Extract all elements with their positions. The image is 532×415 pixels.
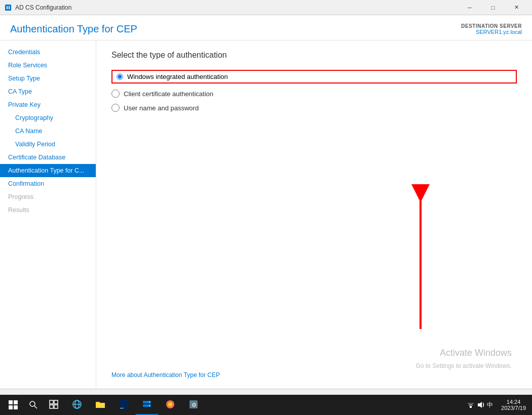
svg-point-19 <box>168 402 172 406</box>
sidebar-item-9[interactable]: Authentication Type for C... <box>0 164 96 177</box>
title-bar: AD CS Configuration ─ □ ✕ <box>0 0 532 15</box>
task-view-icon <box>49 400 58 409</box>
system-tray: 中 <box>463 401 497 409</box>
client-cert-radio[interactable] <box>111 90 120 98</box>
svg-rect-6 <box>54 400 58 404</box>
destination-label: DESTINATION SERVER <box>461 23 522 29</box>
svg-rect-8 <box>54 405 58 408</box>
network-icon <box>467 401 475 409</box>
svg-rect-1 <box>7 6 8 9</box>
sidebar-item-2[interactable]: Setup Type <box>0 72 96 85</box>
svg-rect-24 <box>468 403 474 404</box>
username-pwd-option: User name and password <box>111 104 517 112</box>
sidebar-item-8[interactable]: Certificate Database <box>0 151 96 164</box>
sidebar-item-10[interactable]: Confirmation <box>0 177 96 190</box>
watermark-title: Activate Windows <box>440 348 512 358</box>
ime-indicator: 中 <box>487 401 493 409</box>
app-icon <box>4 4 12 12</box>
server-icon <box>142 400 152 409</box>
client-cert-option: Client certificate authentication <box>111 90 517 98</box>
sidebar-item-12: Results <box>0 203 96 217</box>
firefox-button[interactable] <box>159 395 181 415</box>
destination-name: SERVER1.yz.local <box>461 29 522 35</box>
svg-text:_: _ <box>120 401 124 408</box>
sidebar-item-4[interactable]: Private Key <box>0 98 96 111</box>
svg-rect-0 <box>5 5 11 11</box>
app-title: AD CS Configuration <box>15 4 71 11</box>
sidebar-item-5[interactable]: Cryptography <box>0 111 96 124</box>
sidebar: CredentialsRole ServicesSetup TypeCA Typ… <box>0 40 96 389</box>
powershell-button[interactable]: _ <box>112 395 135 415</box>
title-bar-controls: ─ □ ✕ <box>458 0 528 15</box>
main-window: Authentication Type for CEP DESTINATION … <box>0 15 532 415</box>
svg-rect-23 <box>469 404 473 405</box>
svg-text:⚙: ⚙ <box>192 402 197 408</box>
destination-server: DESTINATION SERVER SERVER1.yz.local <box>461 23 522 35</box>
sidebar-item-3[interactable]: CA Type <box>0 85 96 98</box>
svg-marker-25 <box>478 402 482 408</box>
clock[interactable]: 14:24 2023/7/19 <box>497 399 530 411</box>
window-body: CredentialsRole ServicesSetup TypeCA Typ… <box>0 40 532 389</box>
section-title: Select the type of authentication <box>111 51 517 60</box>
auth-options: Windows integrated authentication Client… <box>111 70 517 112</box>
sidebar-item-0[interactable]: Credentials <box>0 46 96 59</box>
clock-date: 2023/7/19 <box>501 405 526 411</box>
maximize-button[interactable]: □ <box>481 0 505 15</box>
sidebar-item-1[interactable]: Role Services <box>0 59 96 72</box>
close-button[interactable]: ✕ <box>505 0 528 15</box>
firefox-icon <box>165 399 175 409</box>
svg-rect-2 <box>9 6 10 9</box>
search-button[interactable] <box>24 395 43 415</box>
volume-icon <box>477 401 485 409</box>
username-pwd-radio[interactable] <box>111 104 120 112</box>
taskbar-items: _ ⚙ <box>43 395 463 415</box>
ie-icon <box>72 399 82 409</box>
app7-icon: ⚙ <box>188 399 199 409</box>
minimize-button[interactable]: ─ <box>458 0 481 15</box>
explorer-button[interactable] <box>89 395 111 415</box>
search-icon <box>29 400 38 409</box>
username-pwd-label[interactable]: User name and password <box>124 104 199 112</box>
sidebar-item-11: Progress <box>0 190 96 203</box>
windows-logo <box>9 400 18 409</box>
folder-icon <box>95 400 105 409</box>
start-button[interactable] <box>2 395 24 415</box>
svg-point-17 <box>149 405 150 406</box>
page-title: Authentication Type for CEP <box>10 23 137 35</box>
svg-point-3 <box>30 401 35 406</box>
ie-button[interactable] <box>66 395 88 415</box>
client-cert-label[interactable]: Client certificate authentication <box>124 90 213 98</box>
svg-line-4 <box>34 406 37 408</box>
windows-auth-label[interactable]: Windows integrated authentication <box>127 73 228 80</box>
svg-point-16 <box>149 402 150 403</box>
sidebar-item-6[interactable]: CA Name <box>0 124 96 138</box>
clock-time: 14:24 <box>501 399 526 405</box>
title-bar-left: AD CS Configuration <box>4 4 71 12</box>
taskbar: _ ⚙ <box>0 395 532 415</box>
powershell-icon: _ <box>119 400 128 409</box>
window-header: Authentication Type for CEP DESTINATION … <box>0 15 532 40</box>
watermark-subtitle: Go to Settings to activate Windows. <box>416 362 512 369</box>
svg-rect-7 <box>50 405 53 408</box>
svg-rect-5 <box>50 400 53 404</box>
windows-auth-highlight: Windows integrated authentication <box>111 70 517 84</box>
main-content: Select the type of authentication Window… <box>96 40 532 389</box>
sidebar-item-7[interactable]: Validity Period <box>0 138 96 151</box>
more-info-link[interactable]: More about Authentication Type for CEP <box>111 371 220 379</box>
task-view-button[interactable] <box>43 395 65 415</box>
server-manager-button[interactable] <box>136 395 158 415</box>
windows-auth-radio[interactable] <box>117 73 123 80</box>
app7-button[interactable]: ⚙ <box>182 395 205 415</box>
svg-rect-22 <box>470 406 472 408</box>
